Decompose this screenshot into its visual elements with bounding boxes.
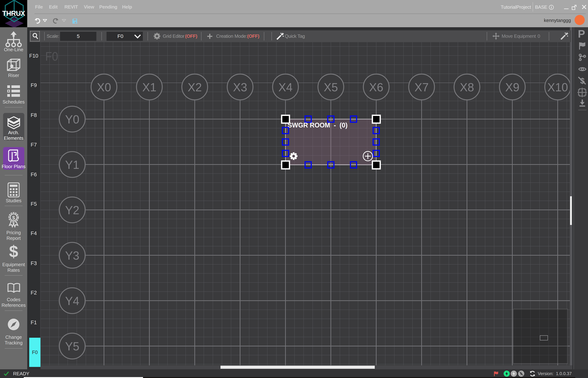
svg-text:F5: F5 [31,201,37,207]
svg-text:X5: X5 [324,81,338,94]
svg-text:Y4: Y4 [65,295,79,308]
svg-text:Y0: Y0 [65,113,79,126]
svg-text:F7: F7 [31,142,37,148]
svg-text:$: $ [12,215,15,221]
svg-text:F0: F0 [32,350,38,355]
svg-text:F2: F2 [31,290,37,296]
svg-text:F0: F0 [45,49,58,63]
svg-text:X0: X0 [97,81,111,94]
svg-text:F4: F4 [31,230,37,236]
svg-text:X3: X3 [233,81,247,94]
svg-text:X4: X4 [278,81,293,94]
svg-text:X6: X6 [369,81,383,94]
svg-text:X9: X9 [505,81,519,94]
svg-text:Y1: Y1 [65,158,79,171]
svg-text:F9: F9 [31,82,37,88]
svg-text:F8: F8 [31,112,37,118]
svg-text:F10: F10 [29,53,38,59]
svg-text:F1: F1 [31,320,37,325]
svg-text:X1: X1 [142,81,157,94]
svg-text:THRUX: THRUX [2,10,26,17]
svg-text:X7: X7 [415,81,429,94]
svg-text:X10: X10 [547,81,568,94]
svg-text:Y2: Y2 [65,204,79,217]
svg-text:X8: X8 [460,81,474,94]
svg-text:SWGR ROOM - (0): SWGR ROOM - (0) [288,122,348,129]
svg-text:F3: F3 [31,260,37,266]
svg-text:Y3: Y3 [65,249,79,262]
svg-text:X2: X2 [188,81,202,94]
svg-text:Y5: Y5 [65,340,79,353]
svg-text:F6: F6 [31,172,37,177]
